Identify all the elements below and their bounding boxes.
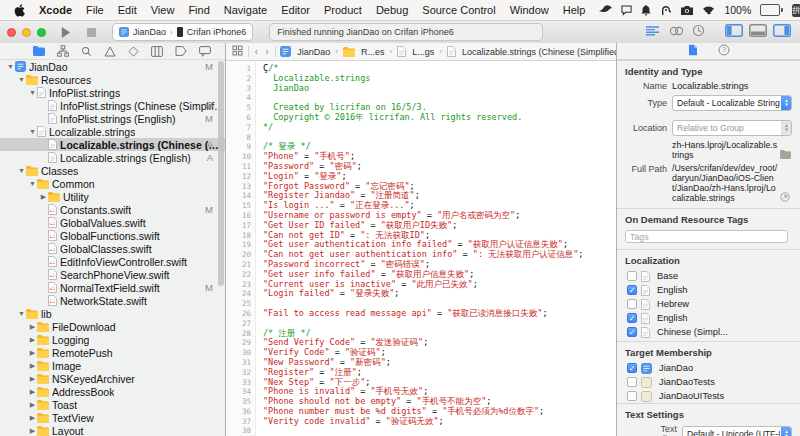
location-dropdown[interactable]: Relative to Group ▲▼ [672,120,792,136]
checkbox[interactable] [627,299,637,309]
minimize-window-button[interactable] [22,28,31,37]
file-tree-item[interactable]: NormalTextField.swiftM [0,281,225,294]
file-tree-item[interactable]: InfoPlist.strings (English)M [0,112,225,125]
code-line[interactable] [263,133,616,143]
assistant-editor-button[interactable] [669,23,684,41]
find-navigator-tab[interactable] [81,46,92,57]
checkbox[interactable] [627,271,637,281]
disclosure-triangle-icon[interactable]: ▼ [28,128,37,135]
run-button[interactable] [60,27,71,38]
version-editor-button[interactable] [692,23,705,41]
disclosure-triangle-icon[interactable]: ▶ [28,414,37,422]
open-path-arrow-icon[interactable] [778,163,792,203]
debug-navigator-tab[interactable] [151,46,163,57]
disclosure-triangle-icon[interactable]: ▶ [28,388,37,396]
folder-reference-icon[interactable] [778,140,792,160]
symbol-navigator-tab[interactable] [57,45,69,57]
file-tree-item[interactable]: ▼Common [0,177,225,190]
code-line[interactable] [263,426,616,436]
checkbox[interactable] [627,391,637,401]
toggle-debug-area-button[interactable] [749,23,767,41]
code-line[interactable]: Localizable.strings [263,74,616,84]
related-items-icon[interactable] [232,45,243,58]
breakpoint-navigator-tab[interactable] [175,46,187,56]
back-button[interactable]: ‹ [254,46,259,57]
code-line[interactable]: Copyright © 2016年 licrifan. All rights r… [263,113,616,123]
file-tree-item[interactable]: NetworkState.swift [0,294,225,307]
file-tree-item[interactable]: ▶RemotePush [0,346,225,359]
scheme-selector[interactable]: JianDao › Crifan iPhone6 [112,23,253,41]
elephant-icon[interactable] [660,5,672,16]
menu-item-source-control[interactable]: Source Control [422,4,495,16]
file-tree-item[interactable]: ▶FileDownload [0,320,225,333]
file-tree-item[interactable]: ▶Image [0,359,225,372]
code-line[interactable]: JianDao [263,84,616,94]
breadcrumb-segment[interactable]: R...es [343,47,385,57]
breadcrumb-segment[interactable]: L...gs [397,46,434,57]
checkbox[interactable]: ✓ [627,327,637,337]
resource-tags-input[interactable] [625,230,788,243]
close-window-button[interactable] [7,28,16,37]
issue-navigator-tab[interactable] [104,46,116,57]
checkbox[interactable]: ✓ [627,285,637,295]
project-navigator-tab[interactable] [33,46,45,56]
menu-item-navigate[interactable]: Navigate [224,4,267,16]
forward-button[interactable]: › [264,46,269,57]
text-encoding-dropdown[interactable]: Default - Unicode (UTF-8) ▲▼ [682,426,792,436]
standard-editor-button[interactable] [645,23,661,41]
file-tree-item[interactable]: ▼InfoPlist.strings [0,86,225,99]
report-navigator-tab[interactable] [199,46,211,57]
checkbox[interactable]: ✓ [627,363,637,373]
apple-logo-icon[interactable] [14,4,25,17]
file-tree-item[interactable]: ▼JianDaoM [0,60,225,73]
file-tree-item[interactable]: GlobalClasses.swift [0,242,225,255]
file-tree-item[interactable]: GlobalFunctions.swift [0,229,225,242]
disclosure-triangle-icon[interactable]: ▶ [28,375,37,383]
menu-item-edit[interactable]: Edit [118,4,137,16]
wifi-icon[interactable] [702,5,715,15]
disclosure-triangle-icon[interactable]: ▶ [28,362,37,370]
test-navigator-tab[interactable] [128,46,139,57]
menu-item-view[interactable]: View [151,4,175,16]
code-line[interactable]: */ [263,123,616,133]
code-line[interactable]: "Login failed" = "登录失败"; [263,289,616,299]
file-tree-item[interactable]: ▼lib [0,307,225,320]
file-tree-item[interactable]: Constants.swiftM [0,203,225,216]
breadcrumb-segment[interactable]: JianDao [280,46,330,57]
code-text[interactable]: Ç/* Localizable.strings JianDao Created … [256,61,616,436]
bird-icon[interactable] [599,5,612,15]
disclosure-triangle-icon[interactable]: ▶ [28,427,37,435]
file-tree-item[interactable]: ▶Toast [0,398,225,411]
stop-button[interactable] [87,28,96,37]
file-tree-item[interactable]: ▶AddressBook [0,385,225,398]
navigator-scrollbar[interactable] [218,61,224,286]
bell-icon[interactable] [641,5,651,16]
menu-item-product[interactable]: Product [324,4,362,16]
file-tree-item[interactable]: ▶Utility [0,190,225,203]
file-tree-item[interactable]: SearchPhoneView.swift [0,268,225,281]
file-inspector-tab[interactable] [688,44,698,58]
zoom-window-button[interactable] [37,28,46,37]
checkbox[interactable] [627,377,637,387]
file-tree-item[interactable]: ▶TextView [0,411,225,424]
toggle-inspector-button[interactable] [773,23,791,41]
file-tree-item[interactable]: ▶NSKeyedArchiver [0,372,225,385]
file-tree-item[interactable]: ▼Localizable.strings [0,125,225,138]
file-tree-item[interactable]: GlobalValues.swift [0,216,225,229]
menu-item-editor[interactable]: Editor [281,4,310,16]
disclosure-triangle-icon[interactable]: ▼ [28,89,37,96]
menu-item-file[interactable]: File [86,4,104,16]
file-tree-item[interactable]: InfoPlist.strings (Chinese (Simplified))… [0,99,225,112]
disclosure-triangle-icon[interactable]: ▶ [28,323,37,331]
code-line[interactable]: "Fail to access read message api" = "获取已… [263,309,616,319]
disclosure-triangle-icon[interactable]: ▼ [17,310,26,317]
checkbox[interactable]: ✓ [627,313,637,323]
code-line[interactable] [263,319,616,329]
file-tree-item[interactable]: Localizable.strings (Chinese (Simplified… [0,138,225,151]
disclosure-triangle-icon[interactable]: ▶ [28,349,37,357]
input-method-icon[interactable]: 拼 [792,4,800,17]
disclosure-triangle-icon[interactable]: ▼ [17,76,26,83]
file-tree-item[interactable]: ▼Classes [0,164,225,177]
disclosure-triangle-icon[interactable]: ▶ [39,193,48,201]
breadcrumb-segment[interactable]: Localizable.strings (Chinese (Simplified… [447,46,616,57]
